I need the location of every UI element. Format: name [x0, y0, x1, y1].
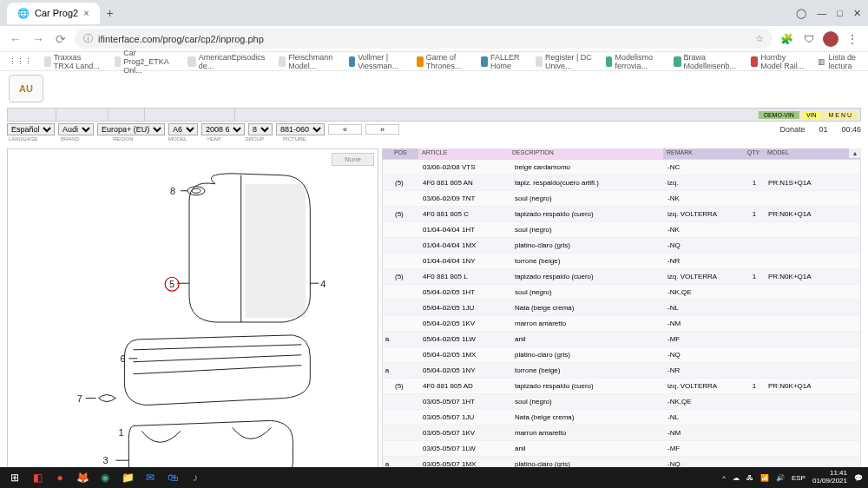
next-button[interactable]: » [365, 124, 399, 135]
wifi-icon[interactable]: 📶 [760, 474, 769, 482]
extension-icon[interactable]: 🧩 [778, 33, 795, 45]
svg-line-3 [133, 366, 301, 374]
svg-point-4 [187, 187, 205, 195]
reading-list[interactable]: ▥ Lista de lectura [818, 53, 859, 70]
svg-line-2 [133, 355, 301, 362]
notifications-icon[interactable]: 💬 [854, 474, 863, 482]
taskbar-app-icon[interactable]: ♪ [186, 469, 205, 486]
reload-button[interactable]: ⟳ [52, 32, 69, 46]
region-select[interactable]: Europa+ (EU) [97, 123, 165, 135]
toolbar-row: DEMO-VIN VIN M E N U [7, 108, 861, 122]
shield-icon[interactable]: 🛡 [800, 33, 818, 45]
app-logo[interactable]: AU [9, 75, 43, 102]
scroll-up-button[interactable]: ▴ [849, 148, 861, 158]
table-row[interactable]: (5)4F0 881 805 ANtapiz. respaldo(cuero a… [383, 175, 860, 191]
table-row[interactable]: 01/04-04/04 1HTsoul (negro)-NK [383, 222, 860, 238]
table-row[interactable]: 05/04-02/05 1MXplatino-claro (gris)-NQ [383, 347, 860, 363]
callout-3: 3 [103, 455, 108, 465]
back-button[interactable]: ← [7, 32, 24, 46]
brand-select[interactable]: Audi [58, 123, 94, 135]
avatar[interactable] [823, 31, 838, 47]
taskbar-app-icon[interactable]: ● [50, 469, 69, 486]
bookmark-item[interactable]: Traxxas TRX4 Land... [44, 53, 102, 70]
taskbar-app-icon[interactable]: 🦊 [73, 469, 92, 486]
table-row[interactable]: 05/04-02/05 1JUNata (beige crema)-NL [383, 300, 860, 316]
bookmark-item[interactable]: Fleischmann Model... [279, 53, 336, 70]
clock[interactable]: 11:41 01/09/2021 [812, 470, 847, 485]
bookmark-item[interactable]: Game of Thrones... [417, 53, 469, 70]
filter-row: Español Audi Europa+ (EU) A6 2008 6 8 88… [7, 122, 861, 136]
apps-button[interactable]: ⋮⋮⋮ [9, 57, 32, 66]
taskbar-app-icon[interactable]: ✉ [141, 469, 160, 486]
taskbar-app-icon[interactable]: 🛍 [163, 469, 182, 486]
table-row[interactable]: 03/06-02/09 TNTsoul (negro)-NK [383, 191, 860, 207]
model-select[interactable]: A6 [168, 123, 198, 135]
callout-8: 8 [170, 186, 175, 196]
maximize-icon[interactable]: □ [837, 8, 843, 19]
info-value-2: 00:46 [841, 125, 861, 134]
network-icon[interactable]: 🖧 [746, 474, 753, 482]
table-row[interactable]: (5)4F0 881 805 Ctapizado respaldo (cuero… [383, 207, 860, 222]
close-icon[interactable]: × [83, 8, 89, 18]
bookmark-item[interactable]: Car Prog2_ETKA Onl... [115, 49, 175, 75]
table-row[interactable]: 03/05-05/07 1LWanil-MF [383, 441, 860, 457]
language-select[interactable]: Español [7, 123, 55, 135]
prev-button[interactable]: « [328, 124, 362, 135]
table-row[interactable]: 01/04-04/04 1MXplatino-claro (gris)-NQ [383, 238, 860, 254]
bookmark-item[interactable]: FALLER Home [481, 53, 523, 70]
year-select[interactable]: 2008 6 [201, 123, 245, 135]
bookmark-item[interactable]: Vollmer | Viessman... [349, 53, 405, 70]
start-button[interactable]: ⊞ [5, 469, 24, 486]
bookmark-item[interactable]: Hornby Model Rail... [751, 53, 806, 70]
star-icon[interactable]: ☆ [755, 33, 764, 44]
svg-line-1 [133, 345, 301, 350]
cloud-icon[interactable]: ☁ [733, 474, 740, 482]
forward-button[interactable]: → [30, 32, 47, 46]
table-row[interactable]: 03/05-05/07 1KVmarron amaretto-NM [383, 425, 860, 441]
table-row[interactable]: (5)4F0 881 805 Ltapizado respaldo (cuero… [383, 269, 860, 285]
circle-icon[interactable]: ◯ [796, 8, 806, 19]
table-row[interactable]: 03/05-05/07 1JUNata (beige crema)-NL [383, 410, 860, 425]
globe-icon: 🌐 [17, 8, 30, 19]
diagram-pane: None [7, 148, 378, 488]
url-input[interactable]: ⓘ ifinterface.com/prog/car/cp2/inprog.ph… [75, 29, 773, 49]
table-row[interactable]: 05/04-02/05 1KVmarron amaretto-NM [383, 316, 860, 332]
table-row[interactable]: (5)4F0 881 805 ADtapizado respaldo (cuer… [383, 379, 860, 394]
info-value-1: 01 [819, 125, 827, 134]
volume-icon[interactable]: 🔊 [776, 474, 785, 482]
bookmark-item[interactable]: Register | DC Unive... [536, 53, 593, 70]
menu-button[interactable]: M E N U [824, 111, 857, 119]
bookmark-item[interactable]: Modelismo ferrovia... [606, 53, 661, 70]
close-window-icon[interactable]: ✕ [853, 8, 861, 19]
table-row[interactable]: a05/04-02/05 1LWanil-MF [383, 332, 860, 347]
demo-vin-button[interactable]: DEMO-VIN [759, 111, 799, 119]
table-row[interactable]: 03/06-02/08 VTSbeige cardamomo-NC [383, 160, 860, 175]
taskbar-app-icon[interactable]: ◉ [95, 469, 115, 486]
picture-select[interactable]: 881-060 [276, 123, 325, 135]
bookmark-item[interactable]: AmericanEpisodics de... [187, 53, 267, 70]
table-row[interactable]: 03/05-05/07 1HTsoul (negro)-NK,QE [383, 394, 860, 410]
callout-5: 5 [169, 279, 174, 289]
donate-link[interactable]: Donate [779, 125, 805, 134]
taskbar-app-icon[interactable]: ◧ [28, 469, 47, 486]
none-tab[interactable]: None [332, 153, 374, 166]
browser-tab[interactable]: 🌐 Car Prog2 × [7, 3, 100, 24]
group-select[interactable]: 8 [248, 123, 273, 135]
callout-6: 6 [120, 353, 125, 364]
bookmark-item[interactable]: Brawa Modelleisenb... [674, 53, 740, 70]
table-row[interactable]: a05/04-02/05 1NYtorrone (beige)-NR [383, 363, 860, 379]
url-text: ifinterface.com/prog/car/cp2/inprog.php [98, 34, 264, 44]
table-body[interactable]: 03/06-02/08 VTSbeige cardamomo-NC(5)4F0 … [382, 159, 861, 488]
minimize-icon[interactable]: — [817, 8, 826, 19]
kebab-icon[interactable]: ⋮ [844, 33, 861, 45]
new-tab-button[interactable]: + [107, 6, 114, 20]
taskbar-app-icon[interactable]: 📁 [118, 469, 137, 486]
bookmarks-bar: ⋮⋮⋮ Traxxas TRX4 Land... Car Prog2_ETKA … [0, 52, 868, 71]
table-row[interactable]: 01/04-04/04 1NYtorrone (beige)-NR [383, 254, 860, 269]
info-icon: ⓘ [83, 32, 93, 45]
language-indicator[interactable]: ESP [792, 474, 806, 482]
callout-7: 7 [77, 393, 82, 404]
table-row[interactable]: 05/04-02/05 1HTsoul (negro)-NK,QE [383, 285, 860, 300]
chevron-up-icon[interactable]: ^ [722, 474, 726, 482]
vin-button[interactable]: VIN [801, 111, 822, 119]
